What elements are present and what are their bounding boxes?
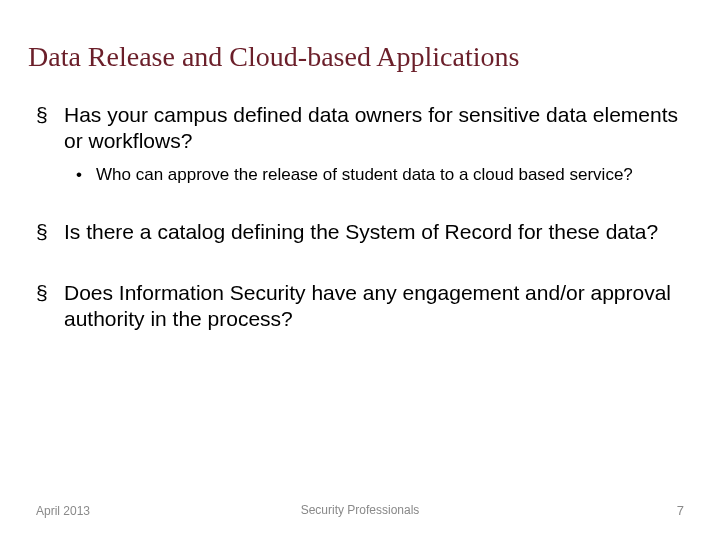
bullet-item: Does Information Security have any engag… — [34, 280, 692, 333]
slide-body: Has your campus defined data owners for … — [28, 102, 692, 333]
sub-bullet-list: Who can approve the release of student d… — [64, 164, 692, 185]
bullet-item: Is there a catalog defining the System o… — [34, 219, 692, 245]
slide-title: Data Release and Cloud-based Application… — [28, 40, 692, 74]
slide: Data Release and Cloud-based Application… — [0, 0, 720, 540]
bullet-text: Is there a catalog defining the System o… — [64, 220, 658, 243]
footer-page-number: 7 — [677, 503, 684, 518]
bullet-item: Has your campus defined data owners for … — [34, 102, 692, 186]
bullet-text: Has your campus defined data owners for … — [64, 103, 678, 152]
slide-footer: April 2013 Security Professionals 7 — [0, 503, 720, 518]
bullet-list: Has your campus defined data owners for … — [34, 102, 692, 333]
sub-bullet-item: Who can approve the release of student d… — [64, 164, 692, 185]
sub-bullet-text: Who can approve the release of student d… — [96, 165, 633, 184]
footer-center: Security Professionals — [301, 503, 420, 517]
footer-date: April 2013 — [36, 504, 90, 518]
bullet-text: Does Information Security have any engag… — [64, 281, 671, 330]
